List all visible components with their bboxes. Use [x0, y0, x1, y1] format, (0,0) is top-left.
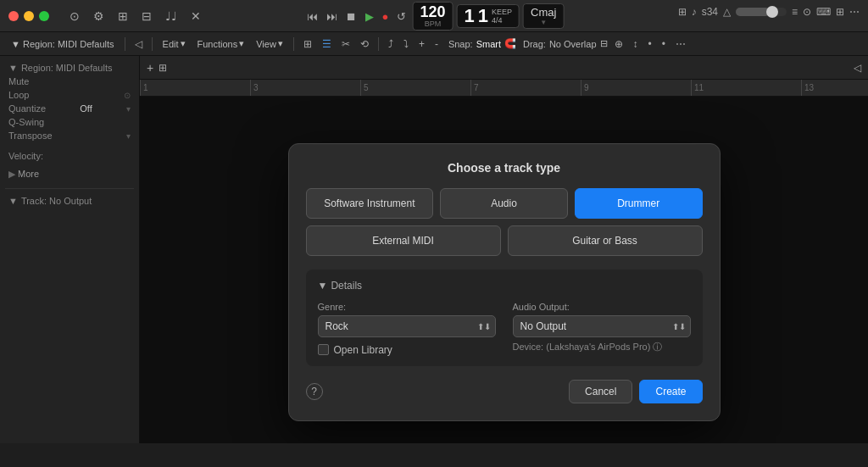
note-icon[interactable]: ♪	[692, 6, 697, 18]
tool-icon-2[interactable]: ⟲	[357, 36, 372, 52]
separator-1	[125, 37, 125, 51]
create-button[interactable]: Create	[639, 380, 702, 403]
minimize-button[interactable]	[24, 11, 34, 21]
device-label-text: Device: (Lakshaya's AirPods Pro)	[513, 342, 651, 352]
details-header: ▼ Details	[318, 280, 691, 292]
genre-select[interactable]: Rock Electronic Jazz Hip Hop R&B Latin	[318, 315, 496, 337]
view-dropdown[interactable]: View ▾	[252, 36, 287, 51]
external-midi-button[interactable]: External MIDI	[306, 225, 501, 256]
help-button[interactable]: ?	[306, 383, 323, 400]
separator-4	[378, 37, 379, 51]
open-library-checkbox[interactable]	[318, 344, 329, 355]
open-library-row: Open Library	[318, 344, 496, 356]
rewind-button[interactable]: ⏮	[304, 8, 320, 25]
key-display[interactable]: Cmaj ▼	[523, 3, 564, 29]
grid-icon[interactable]: ⊞	[678, 6, 687, 18]
settings-icon[interactable]: ⚙	[90, 8, 108, 25]
main-layout: ▼ Region: MIDI Defaults Mute Loop ⊙ Quan…	[0, 56, 868, 443]
tempo-icon[interactable]: ♩♩	[162, 8, 181, 25]
fast-forward-button[interactable]: ⏭	[324, 8, 340, 25]
cpu-meter-icon: ⊙	[66, 8, 83, 25]
tool-icon-10[interactable]: •	[659, 36, 669, 52]
add-track-button[interactable]: +	[147, 61, 153, 75]
content-area: + ⊞ ◁ 1 3 5 7 9 11 13 Choose a track typ…	[140, 56, 868, 443]
tool-icon-4[interactable]: ⤵	[400, 36, 412, 52]
view-arrow: ▾	[278, 38, 283, 49]
qswing-label: Q-Swing	[8, 117, 44, 127]
tool-icon-3[interactable]: ⤴	[385, 36, 397, 52]
audio-output-select[interactable]: No Output Master Output Output 1-2	[513, 315, 691, 337]
play-button[interactable]: ▶	[363, 8, 376, 25]
drummer-button[interactable]: Drummer	[575, 188, 703, 219]
more-icon[interactable]: ⋯	[849, 6, 860, 18]
list-icon[interactable]: ⊞	[114, 8, 131, 25]
mute-label: Mute	[8, 76, 29, 86]
position-display[interactable]: 1 1 KEEP 4/4	[457, 4, 520, 28]
ruler-mark-1: 1	[140, 80, 148, 96]
details-collapse-icon[interactable]: ▼	[318, 280, 328, 292]
midi-icon[interactable]: ⌨	[816, 6, 831, 18]
bpm-value: 120	[420, 4, 445, 19]
sidebar-more-row[interactable]: ▶ More	[5, 163, 134, 185]
sidebar-region-label: Region: MIDI Defaults	[21, 63, 113, 73]
velocity-label: Velocity:	[8, 151, 43, 161]
software-instrument-button[interactable]: Software Instrument	[306, 188, 434, 219]
tempo-display[interactable]: 120 BPM	[412, 2, 453, 31]
track-collapse-icon: ▼	[8, 196, 18, 206]
quantize-toggle[interactable]: ▾	[126, 104, 131, 114]
separator-3	[293, 37, 294, 51]
track-view-toggle[interactable]: ◁	[854, 62, 861, 74]
add-section-button[interactable]: ⊞	[159, 62, 167, 74]
grid-view-icon[interactable]: ⊞	[300, 36, 315, 52]
guitar-or-bass-button[interactable]: Guitar or Bass	[508, 225, 703, 256]
list-view-icon[interactable]: ≡	[792, 6, 798, 18]
help-label: ?	[311, 386, 317, 398]
cycle-button[interactable]: ↺	[394, 8, 409, 25]
edit-dropdown[interactable]: Edit ▾	[159, 36, 190, 51]
metronome-icon[interactable]: ⊟	[138, 8, 155, 25]
audio-output-label: Audio Output:	[513, 302, 691, 312]
region-dropdown[interactable]: ▼ Region: MIDI Defaults	[7, 37, 119, 51]
master-icon[interactable]: ⊙	[803, 6, 811, 18]
tool-icon-6[interactable]: -	[431, 36, 442, 52]
list-btn[interactable]: ☰	[319, 36, 335, 52]
close-button[interactable]	[8, 11, 19, 21]
tool-icon-1[interactable]: ✂	[338, 36, 353, 52]
record-button[interactable]: ●	[380, 8, 392, 25]
tool-icon-7[interactable]: ⊕	[611, 36, 626, 52]
audio-output-select-wrapper: No Output Master Output Output 1-2 ⬆⬇	[513, 315, 691, 337]
sidebar-qswing-row: Q-Swing	[5, 115, 134, 129]
functions-label: Functions	[198, 39, 238, 49]
tool-icon-11[interactable]: ⋯	[672, 36, 689, 52]
snap-value[interactable]: Smart	[476, 39, 501, 49]
keep-label: KEEP	[492, 8, 512, 16]
track-type-grid-2: External MIDI Guitar or Bass	[306, 225, 703, 256]
choose-track-type-dialog: Choose a track type Software Instrument …	[288, 143, 721, 421]
toolbar-icon-1[interactable]: ◁	[131, 36, 146, 52]
time-sig: 4/4	[492, 16, 512, 25]
close-icon[interactable]: ✕	[187, 8, 204, 25]
tool-icon-9[interactable]: •	[645, 36, 655, 52]
tool-icon-5[interactable]: +	[415, 36, 428, 52]
tool-icon-8[interactable]: ↕	[630, 36, 642, 52]
loop-toggle[interactable]: ⊙	[124, 91, 131, 100]
ruler-mark-5: 5	[360, 80, 369, 96]
sidebar-quantize-row: Quantize Off ▾	[5, 102, 134, 115]
open-library-label: Open Library	[334, 344, 392, 356]
sidebar-velocity-row: Velocity:	[5, 149, 134, 163]
edit-arrow: ▾	[181, 38, 186, 49]
stop-button[interactable]: ⏹	[343, 8, 359, 25]
device-info-icon[interactable]: ⓘ	[653, 342, 662, 352]
cancel-button[interactable]: Cancel	[569, 380, 632, 403]
mixer-icon[interactable]: ⊞	[836, 6, 844, 18]
track-header-row: + ⊞ ◁	[140, 56, 868, 80]
details-label: Details	[331, 280, 362, 292]
cpu-icon[interactable]: △	[723, 6, 731, 18]
transpose-toggle[interactable]: ▾	[126, 131, 131, 141]
sample-rate-label: s34	[702, 6, 718, 18]
drag-label: Drag:	[523, 39, 546, 49]
maximize-button[interactable]	[39, 11, 49, 21]
audio-button[interactable]: Audio	[440, 188, 568, 219]
drag-value[interactable]: No Overlap	[549, 39, 597, 49]
functions-dropdown[interactable]: Functions ▾	[193, 36, 249, 51]
